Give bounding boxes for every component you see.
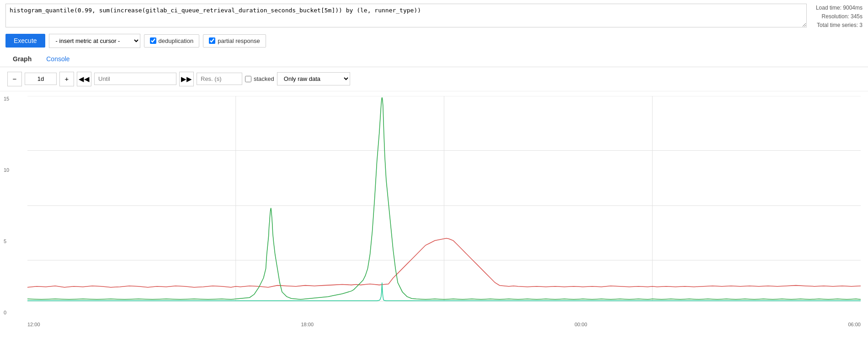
chart-area: 15 10 5 0 12:00 18:00 00:00 06:00	[0, 91, 868, 329]
total-series: Total time series: 3	[816, 21, 863, 30]
x-label-1200: 12:00	[27, 322, 40, 327]
query-input[interactable]: histogram_quantile(0.99, sum(increase(gi…	[5, 4, 807, 27]
execute-button[interactable]: Execute	[5, 34, 45, 48]
decrease-time-button[interactable]: −	[7, 72, 22, 86]
y-label-5: 5	[4, 239, 9, 244]
load-time: Load time: 9004ms	[816, 4, 863, 12]
deduplication-toggle[interactable]: deduplication	[144, 34, 200, 48]
stacked-label-text: stacked	[254, 75, 274, 82]
until-input[interactable]	[94, 73, 176, 85]
tabs: Graph Console	[0, 52, 868, 67]
back-button[interactable]: ◀◀	[77, 72, 91, 86]
stacked-toggle[interactable]: stacked	[245, 75, 274, 82]
y-label-10: 10	[4, 167, 9, 173]
query-area: histogram_quantile(0.99, sum(increase(gi…	[5, 4, 807, 29]
partial-response-label: partial response	[218, 37, 260, 44]
partial-response-toggle[interactable]: partial response	[203, 34, 266, 48]
partial-response-checkbox[interactable]	[209, 37, 215, 44]
increase-time-button[interactable]: +	[59, 72, 74, 86]
y-label-0: 0	[4, 310, 9, 315]
x-axis: 12:00 18:00 00:00 06:00	[27, 322, 861, 327]
toolbar: Execute - insert metric at cursor - dedu…	[0, 30, 868, 52]
deduplication-checkbox[interactable]	[150, 37, 156, 44]
graph-controls: − + ◀◀ ▶▶ stacked Only raw data Lines St…	[0, 67, 868, 91]
forward-button[interactable]: ▶▶	[179, 72, 194, 86]
tab-console[interactable]: Console	[39, 52, 77, 67]
x-label-0600: 06:00	[848, 322, 861, 327]
load-info: Load time: 9004ms Resolution: 345s Total…	[816, 4, 863, 30]
raw-data-select[interactable]: Only raw data Lines Stacked Points	[277, 72, 350, 85]
stacked-checkbox[interactable]	[245, 76, 251, 82]
top-bar: histogram_quantile(0.99, sum(increase(gi…	[0, 0, 868, 30]
tab-graph[interactable]: Graph	[5, 52, 39, 67]
x-label-0000: 00:00	[575, 322, 587, 327]
time-range-input[interactable]	[25, 73, 57, 85]
y-label-15: 15	[4, 96, 9, 101]
resolution-input[interactable]	[197, 73, 242, 85]
deduplication-label: deduplication	[159, 37, 194, 44]
resolution: Resolution: 345s	[816, 12, 863, 21]
metric-selector[interactable]: - insert metric at cursor -	[49, 34, 140, 48]
y-axis: 15 10 5 0	[4, 96, 9, 315]
chart-svg	[27, 96, 861, 315]
x-label-1800: 18:00	[301, 322, 314, 327]
